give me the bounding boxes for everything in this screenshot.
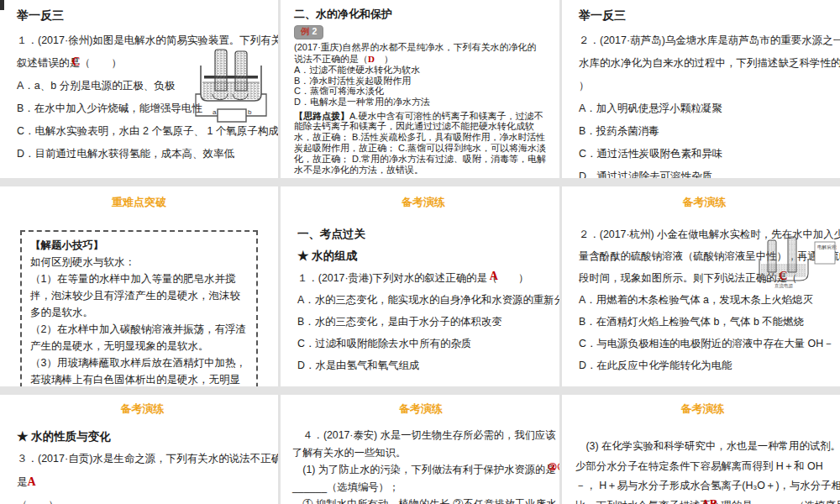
tip-box: 【解题小技巧】 如何区别硬水与软水： （1）在等量的水样中加入等量的肥皂水并搅拌… bbox=[20, 230, 258, 386]
section-heading: 备考演练 bbox=[579, 195, 830, 210]
tip-item: （3）用玻璃棒蘸取水样后放在酒精灯中加热，若玻璃棒上有白色固体析出的是硬水，无明… bbox=[30, 354, 248, 386]
analysis-label: 【思路点拨】 bbox=[294, 111, 349, 121]
slide-panel-9: 备考演练 (3) 在化学实验和科学研究中，水也是一种常用的试剂。极 少部分水分子… bbox=[562, 395, 840, 504]
question-line: ３．(2017·自贡)水是生命之源，下列有关水的说法不正确的 bbox=[17, 448, 268, 470]
option-c: C．蒸馏可将海水淡化 bbox=[294, 86, 548, 97]
panel1-heading: 举一反三 bbox=[17, 8, 266, 24]
option-c: C．通过活性炭吸附色素和异味 bbox=[579, 143, 828, 165]
tip-item: （1）在等量的水样中加入等量的肥皂水并搅拌，泡沫较少且有浮渣产生的是硬水，泡沫较… bbox=[30, 270, 248, 321]
panel9-content: (3) 在化学实验和科学研究中，水也是一种常用的试剂。极 少部分水分子在特定条件… bbox=[575, 437, 830, 504]
screen-corner-artifact bbox=[0, 0, 4, 10]
option-d: D．电解水是一种常用的净水方法 bbox=[294, 97, 548, 108]
option-b: B．在酒精灯火焰上检验气体 b，气体 b 不能燃烧 bbox=[579, 311, 830, 333]
option-c: C．过滤和吸附能除去水中所有的杂质 bbox=[297, 333, 549, 354]
option-d: D．通过过滤除去可溶性杂质 bbox=[579, 165, 828, 178]
slide-panel-3: 举一反三 ２．(2017·葫芦岛)乌金塘水库是葫芦岛市的重要水源之一，将 水库的… bbox=[562, 0, 840, 178]
svg-text:b: b bbox=[248, 108, 252, 116]
question-line: ） bbox=[579, 75, 828, 97]
svg-text:电解后溶液显红色: 电解后溶液显红色 bbox=[817, 244, 837, 250]
slide-panel-6: 备考演练 ２．(2017·杭州) 小金在做电解水实检时，先在水中加入少 量含酚酞… bbox=[562, 186, 840, 386]
section-heading: 重难点突破 bbox=[10, 195, 268, 210]
panel5-content: 一、考点过关 ★ 水的组成 １．(2017·贵港)下列对水的叙述正确的是（A ）… bbox=[297, 223, 549, 376]
option-b: B．净水时活性炭起吸附作用 bbox=[294, 76, 548, 87]
question-line: (2017·重庆)自然界的水都不是纯净水，下列有关水的净化的 bbox=[294, 42, 548, 54]
section-heading: 备考演练 bbox=[297, 195, 549, 210]
panel8-content: ４．(2017·泰安) 水是一切生物生存所必需的，我们应该 了解有关水的一些知识… bbox=[292, 427, 549, 504]
question-line: 了解有关水的一些知识。 bbox=[292, 444, 549, 462]
tip-intro: 如何区别硬水与软水： bbox=[30, 254, 248, 270]
question-line: (1) 为了防止水的污染，下列做法有利于保护水资源的是②④ bbox=[292, 461, 549, 479]
question-line: －， H＋易与水分子形成水合氢离子(H₃O＋)，与水分子相 bbox=[575, 476, 830, 496]
answer-mark: ②④ bbox=[548, 459, 559, 476]
slide-panel-2: 二、水的净化和保护 例 2 (2017·重庆)自然界的水都不是纯净水，下列有关水… bbox=[281, 0, 559, 178]
slide-panel-1: 举一反三 １．(2017·徐州)如图是电解水的简易实验装置。下列有关 叙述错误的… bbox=[0, 0, 278, 178]
answer-mark: AB bbox=[701, 495, 717, 504]
option-a: A．加入明矾使悬浮小颗粒凝聚 bbox=[579, 97, 828, 120]
slide-panel-7: 备考演练 ★ 水的性质与变化 ３．(2017·自贡)水是生命之源，下列有关水的说… bbox=[0, 395, 278, 504]
question-line: （ ） bbox=[17, 494, 268, 504]
question-line: 比，下列对水合氢离子描述不合AB理的是 （选填序号）； bbox=[575, 496, 830, 504]
option-b: B．水的三态变化，是由于水分子的体积改变 bbox=[297, 311, 549, 333]
option-a: A．水的三态变化，能实现水的自身净化和水资源的重新分配 bbox=[297, 289, 549, 311]
option-d: D．水是由氢气和氧气组成 bbox=[297, 354, 549, 376]
panel2-heading: 二、水的净化和保护 bbox=[294, 7, 548, 22]
tip-label: 【解题小技巧】 bbox=[30, 237, 248, 254]
option-d: D．目前通过电解水获得氢能，成本高、效率低 bbox=[17, 143, 266, 165]
question-line: 说法不正确的是（D ） bbox=[294, 54, 548, 66]
question-line: １．(2017·贵港)下列对水的叙述正确的是（A ） bbox=[297, 267, 549, 289]
option-d: D．在此反应中化学能转化为电能 bbox=[579, 354, 830, 376]
question-line: 少部分水分子在特定条件下容易解离而得到 H＋和 OH bbox=[575, 457, 830, 477]
option-b: B．投药杀菌消毒 bbox=[579, 120, 828, 143]
question-line: ① 抑制水中所有动、植物的生长 ②不任意排放工业废水 bbox=[292, 496, 549, 504]
analysis-paragraph: 【思路点拨】A.硬水中含有可溶性的钙离子和镁离子，过滤不能除去钙离子和镁离子，因… bbox=[294, 111, 548, 176]
slide-panel-5: 备考演练 一、考点过关 ★ 水的组成 １．(2017·贵港)下列对水的叙述正确的… bbox=[281, 186, 559, 386]
panel7-content: ★ 水的性质与变化 ３．(2017·自贡)水是生命之源，下列有关水的说法不正确的… bbox=[17, 425, 268, 504]
question-line: ２．(2017·葫芦岛)乌金塘水库是葫芦岛市的重要水源之一，将 bbox=[579, 29, 828, 52]
question-line: ４．(2017·泰安) 水是一切生物生存所必需的，我们应该 bbox=[292, 427, 549, 444]
section-heading: 备考演练 bbox=[17, 402, 268, 417]
subsection-title: 一、考点过关 bbox=[297, 223, 549, 245]
option-c: C．与电源负极相连的电极附近的溶液中存在大量 OH－ bbox=[579, 333, 830, 354]
answer-mark: C bbox=[72, 50, 81, 73]
question-line: ______（选填编号）； bbox=[292, 479, 549, 496]
electrolysis-apparatus-diagram: a b bbox=[192, 44, 270, 128]
section-heading: 备考演练 bbox=[575, 402, 830, 417]
panel3-heading: 举一反三 bbox=[579, 8, 828, 24]
slide-panel-8: 备考演练 ４．(2017·泰安) 水是一切生物生存所必需的，我们应该 了解有关水… bbox=[281, 395, 559, 504]
topic-title: ★ 水的组成 bbox=[297, 245, 549, 267]
svg-text:a: a bbox=[213, 108, 217, 116]
option-a: A．过滤不能使硬水转化为软水 bbox=[294, 65, 548, 76]
example-badge: 例 2 bbox=[294, 25, 323, 39]
electrolysis-mini-diagram: 电解后溶液显红色 直流电源 bbox=[753, 235, 837, 297]
answer-mark: D bbox=[368, 54, 375, 64]
question-line: 水库的水净化为自来水的过程中，下列描述缺乏科学性的是（D bbox=[579, 52, 828, 75]
slide-grid: 举一反三 １．(2017·徐州)如图是电解水的简易实验装置。下列有关 叙述错误的… bbox=[0, 0, 840, 504]
topic-title: ★ 水的性质与变化 bbox=[17, 425, 268, 448]
svg-text:直流电源: 直流电源 bbox=[774, 283, 794, 289]
answer-mark: A bbox=[28, 475, 36, 488]
section-heading: 备考演练 bbox=[292, 402, 549, 417]
slide-panel-4: 重难点突破 【解题小技巧】 如何区别硬水与软水： （1）在等量的水样中加入等量的… bbox=[0, 186, 278, 386]
tip-item: （2）在水样中加入碳酸钠溶液并振荡，有浮渣产生的是硬水，无明显现象的是软水。 bbox=[30, 321, 248, 354]
question-line: (3) 在化学实验和科学研究中，水也是一种常用的试剂。极 bbox=[575, 437, 830, 457]
question-line: 是A bbox=[17, 470, 268, 494]
answer-mark: A bbox=[490, 265, 498, 287]
